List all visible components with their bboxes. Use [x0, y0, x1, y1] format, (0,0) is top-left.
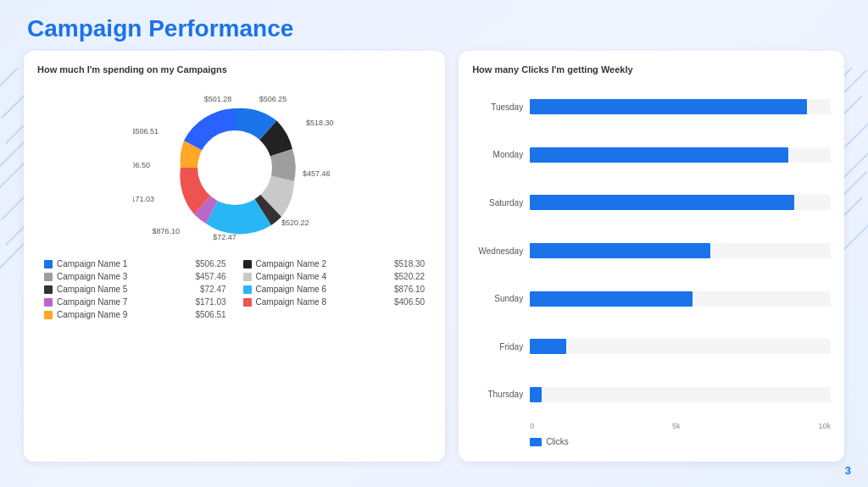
- legend-item: Campaign Name 6 $876.10: [243, 285, 426, 294]
- legend-color: [44, 285, 53, 294]
- bar-track: [530, 99, 831, 114]
- bar-label: Monday: [472, 150, 523, 159]
- bar-row: Wednesday: [472, 227, 831, 275]
- bar-chart: Tuesday Monday Saturday Wednesday Sunday…: [472, 83, 831, 446]
- spending-card-title: How much I'm spending on my Campaigns: [37, 64, 431, 75]
- donut-label-4: $520.22: [281, 219, 309, 227]
- bar-label: Friday: [472, 342, 523, 351]
- legend-value: $406.50: [394, 297, 425, 307]
- bar-label: Thursday: [472, 390, 523, 399]
- axis-label-10k: 10k: [818, 422, 831, 430]
- legend-name: Campaign Name 8: [256, 297, 326, 307]
- donut-chart-svg: $506.25 $518.30 $457.46 $520.22 $72.47 $…: [133, 83, 337, 252]
- clicks-legend: Clicks: [530, 437, 831, 446]
- donut-area: $506.25 $518.30 $457.46 $520.22 $72.47 $…: [37, 83, 431, 319]
- donut-label-9: $506.51: [133, 127, 159, 136]
- legend-value: $520.22: [394, 272, 425, 281]
- bar-axis-labels: 0 5k 10k: [530, 422, 831, 430]
- axis-label-5k: 5k: [672, 422, 681, 430]
- donut-label-2: $518.30: [306, 119, 334, 127]
- bar-track: [530, 387, 831, 402]
- page-number: 3: [845, 464, 851, 477]
- donut-label-5: $72.47: [213, 233, 236, 241]
- bar-row: Monday: [472, 131, 831, 180]
- legend-item: Campaign Name 7 $171.03: [44, 297, 226, 307]
- legend-left: Campaign Name 2: [243, 259, 326, 268]
- bar-fill: [530, 99, 806, 114]
- legend-left: Campaign Name 5: [44, 285, 127, 294]
- legend-color: [44, 273, 53, 281]
- bar-label: Wednesday: [472, 246, 523, 256]
- donut-label-0: $501.28: [203, 95, 231, 103]
- legend-color: [243, 260, 252, 268]
- legend-left: Campaign Name 3: [44, 272, 127, 281]
- legend-name: Campaign Name 1: [57, 259, 127, 268]
- bar-fill: [530, 339, 566, 354]
- legend-color: [44, 260, 53, 268]
- legend-name: Campaign Name 5: [57, 285, 127, 294]
- legend-value: $72.47: [200, 285, 226, 294]
- donut-label-3: $457.46: [303, 169, 331, 178]
- legend-value: $518.30: [394, 259, 425, 268]
- legend-color: [243, 273, 252, 281]
- bar-fill: [530, 291, 693, 307]
- legend-item: Campaign Name 8 $406.50: [243, 297, 426, 307]
- bar-axis: 0 5k 10k: [530, 418, 831, 430]
- legend-color: [44, 298, 53, 307]
- legend-item: Campaign Name 1 $506.25: [44, 259, 226, 268]
- clicks-card: How many Clicks I'm getting Weekly Tuesd…: [459, 51, 844, 462]
- bar-track: [530, 339, 831, 354]
- legend-left: Campaign Name 7: [44, 297, 127, 307]
- main-content: How much I'm spending on my Campaigns: [24, 51, 844, 462]
- bar-track: [530, 147, 831, 163]
- bar-label: Tuesday: [472, 102, 523, 112]
- legend-value: $506.25: [195, 259, 225, 268]
- bar-row: Thursday: [472, 370, 831, 418]
- donut-label-1: $506.25: [259, 95, 287, 103]
- legend-name: Campaign Name 3: [57, 272, 127, 281]
- legend-item: Campaign Name 5 $72.47: [44, 285, 226, 294]
- legend-left: Campaign Name 8: [243, 297, 326, 307]
- legend-value: $171.03: [195, 297, 225, 307]
- bar-row: Friday: [472, 323, 831, 371]
- donut-wrapper: $506.25 $518.30 $457.46 $520.22 $72.47 $…: [133, 83, 337, 252]
- legend-color: [44, 311, 53, 319]
- legend-left: Campaign Name 1: [44, 259, 127, 268]
- bar-track: [530, 291, 831, 307]
- bar-label: Saturday: [472, 198, 523, 208]
- bar-fill: [530, 147, 788, 163]
- legend-item: Campaign Name 2 $518.30: [243, 259, 426, 268]
- bar-row: Saturday: [472, 179, 831, 227]
- clicks-legend-color: [530, 438, 542, 446]
- legend-value: $457.46: [195, 272, 225, 281]
- donut-label-6: $876.10: [152, 227, 180, 235]
- bar-track: [530, 243, 831, 258]
- legend-name: Campaign Name 4: [256, 272, 326, 281]
- axis-label-0: 0: [530, 422, 534, 430]
- legend-name: Campaign Name 2: [256, 259, 326, 268]
- legend-item: Campaign Name 9 $506.51: [44, 310, 226, 319]
- bar-fill: [530, 195, 794, 210]
- legend-value: $506.51: [195, 310, 225, 319]
- legend-name: Campaign Name 6: [256, 285, 326, 294]
- legend-name: Campaign Name 7: [57, 297, 127, 307]
- legend-item: Campaign Name 4 $520.22: [243, 272, 426, 281]
- donut-legend: Campaign Name 1 $506.25 Campaign Name 2 …: [37, 259, 431, 319]
- donut-label-8: $406.50: [133, 161, 150, 169]
- legend-left: Campaign Name 6: [243, 285, 326, 294]
- page-title: Campaign Performance: [27, 15, 293, 42]
- spending-card: How much I'm spending on my Campaigns: [24, 51, 445, 462]
- legend-value: $876.10: [394, 285, 425, 294]
- legend-color: [243, 285, 252, 294]
- bar-fill: [530, 387, 542, 402]
- bar-fill: [530, 243, 710, 258]
- bar-label: Sunday: [472, 294, 523, 303]
- legend-left: Campaign Name 9: [44, 310, 127, 319]
- bar-track: [530, 195, 831, 210]
- bar-row: Sunday: [472, 274, 831, 323]
- bar-row: Tuesday: [472, 83, 831, 131]
- legend-color: [243, 298, 252, 307]
- donut-hole: [198, 130, 272, 205]
- donut-label-7: $171.03: [133, 195, 154, 203]
- clicks-card-title: How many Clicks I'm getting Weekly: [472, 64, 831, 75]
